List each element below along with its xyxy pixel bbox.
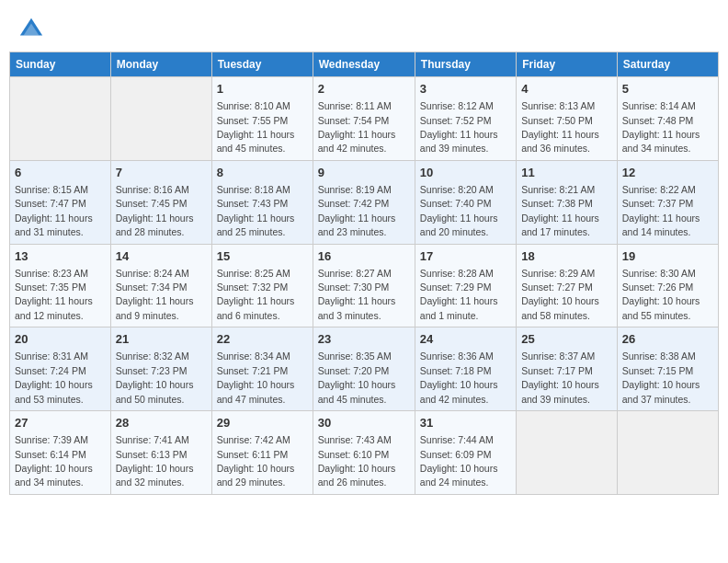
- calendar-empty-cell: [617, 411, 718, 495]
- calendar-day-cell: 9Sunrise: 8:19 AMSunset: 7:42 PMDaylight…: [313, 160, 415, 244]
- calendar-day-cell: 21Sunrise: 8:32 AMSunset: 7:23 PMDayligh…: [110, 327, 211, 411]
- day-number: 13: [15, 248, 106, 265]
- day-detail: Sunrise: 8:29 AMSunset: 7:27 PMDaylight:…: [521, 268, 599, 321]
- calendar-day-cell: 18Sunrise: 8:29 AMSunset: 7:27 PMDayligh…: [517, 244, 618, 327]
- weekday-header: Wednesday: [313, 52, 415, 77]
- day-number: 5: [622, 81, 713, 98]
- day-detail: Sunrise: 7:43 AMSunset: 6:10 PMDaylight:…: [318, 434, 396, 488]
- day-detail: Sunrise: 8:11 AMSunset: 7:54 PMDaylight:…: [318, 100, 396, 154]
- day-detail: Sunrise: 8:23 AMSunset: 7:35 PMDaylight:…: [15, 268, 93, 321]
- calendar-day-cell: 31Sunrise: 7:44 AMSunset: 6:09 PMDayligh…: [415, 411, 516, 495]
- logo: [18, 17, 48, 42]
- day-number: 25: [521, 331, 612, 348]
- calendar-day-cell: 28Sunrise: 7:41 AMSunset: 6:13 PMDayligh…: [110, 411, 211, 495]
- day-number: 20: [15, 331, 106, 348]
- day-number: 18: [521, 248, 612, 265]
- calendar-day-cell: 13Sunrise: 8:23 AMSunset: 7:35 PMDayligh…: [10, 244, 111, 327]
- calendar-day-cell: 6Sunrise: 8:15 AMSunset: 7:47 PMDaylight…: [10, 160, 111, 244]
- day-detail: Sunrise: 8:38 AMSunset: 7:15 PMDaylight:…: [622, 350, 700, 404]
- calendar-week-row: 27Sunrise: 7:39 AMSunset: 6:14 PMDayligh…: [10, 411, 719, 495]
- day-number: 26: [622, 331, 713, 348]
- day-detail: Sunrise: 8:19 AMSunset: 7:42 PMDaylight:…: [318, 184, 396, 237]
- calendar-week-row: 20Sunrise: 8:31 AMSunset: 7:24 PMDayligh…: [10, 327, 719, 411]
- day-detail: Sunrise: 8:12 AMSunset: 7:52 PMDaylight:…: [420, 100, 498, 154]
- weekday-header: Friday: [517, 52, 618, 77]
- day-detail: Sunrise: 8:37 AMSunset: 7:17 PMDaylight:…: [521, 350, 599, 404]
- day-detail: Sunrise: 8:22 AMSunset: 7:37 PMDaylight:…: [622, 184, 700, 237]
- calendar-day-cell: 7Sunrise: 8:16 AMSunset: 7:45 PMDaylight…: [110, 160, 211, 244]
- day-detail: Sunrise: 8:14 AMSunset: 7:48 PMDaylight:…: [622, 100, 700, 154]
- calendar-day-cell: 3Sunrise: 8:12 AMSunset: 7:52 PMDaylight…: [415, 77, 516, 161]
- day-detail: Sunrise: 7:39 AMSunset: 6:14 PMDaylight:…: [15, 434, 93, 488]
- day-number: 7: [116, 165, 207, 181]
- day-number: 2: [318, 81, 410, 98]
- calendar-day-cell: 10Sunrise: 8:20 AMSunset: 7:40 PMDayligh…: [415, 160, 516, 244]
- day-number: 12: [622, 165, 713, 181]
- day-detail: Sunrise: 8:10 AMSunset: 7:55 PMDaylight:…: [217, 100, 295, 154]
- day-number: 15: [217, 248, 308, 265]
- day-number: 14: [116, 248, 207, 265]
- day-number: 21: [116, 331, 207, 348]
- calendar-table: SundayMondayTuesdayWednesdayThursdayFrid…: [9, 52, 719, 495]
- day-number: 10: [420, 165, 511, 181]
- day-detail: Sunrise: 8:34 AMSunset: 7:21 PMDaylight:…: [217, 350, 295, 404]
- day-detail: Sunrise: 8:27 AMSunset: 7:30 PMDaylight:…: [318, 268, 396, 321]
- day-number: 27: [15, 415, 106, 431]
- calendar-day-cell: 8Sunrise: 8:18 AMSunset: 7:43 PMDaylight…: [211, 160, 313, 244]
- day-detail: Sunrise: 8:30 AMSunset: 7:26 PMDaylight:…: [622, 268, 700, 321]
- calendar-day-cell: 14Sunrise: 8:24 AMSunset: 7:34 PMDayligh…: [110, 244, 211, 327]
- calendar-day-cell: 2Sunrise: 8:11 AMSunset: 7:54 PMDaylight…: [313, 77, 415, 161]
- calendar-day-cell: 25Sunrise: 8:37 AMSunset: 7:17 PMDayligh…: [517, 327, 618, 411]
- day-detail: Sunrise: 8:25 AMSunset: 7:32 PMDaylight:…: [217, 268, 295, 321]
- day-detail: Sunrise: 8:28 AMSunset: 7:29 PMDaylight:…: [420, 268, 498, 321]
- day-number: 16: [318, 248, 410, 265]
- weekday-header: Tuesday: [211, 52, 313, 77]
- calendar-day-cell: 23Sunrise: 8:35 AMSunset: 7:20 PMDayligh…: [313, 327, 415, 411]
- day-detail: Sunrise: 8:31 AMSunset: 7:24 PMDaylight:…: [15, 350, 93, 404]
- calendar-day-cell: 19Sunrise: 8:30 AMSunset: 7:26 PMDayligh…: [617, 244, 718, 327]
- calendar-week-row: 13Sunrise: 8:23 AMSunset: 7:35 PMDayligh…: [10, 244, 719, 327]
- calendar-day-cell: 4Sunrise: 8:13 AMSunset: 7:50 PMDaylight…: [517, 77, 618, 161]
- day-detail: Sunrise: 7:44 AMSunset: 6:09 PMDaylight:…: [420, 434, 498, 488]
- day-number: 3: [420, 81, 511, 98]
- day-detail: Sunrise: 8:15 AMSunset: 7:47 PMDaylight:…: [15, 184, 93, 237]
- calendar-day-cell: 26Sunrise: 8:38 AMSunset: 7:15 PMDayligh…: [617, 327, 718, 411]
- day-detail: Sunrise: 8:24 AMSunset: 7:34 PMDaylight:…: [116, 268, 194, 321]
- day-detail: Sunrise: 8:35 AMSunset: 7:20 PMDaylight:…: [318, 350, 396, 404]
- calendar-day-cell: 29Sunrise: 7:42 AMSunset: 6:11 PMDayligh…: [211, 411, 313, 495]
- calendar-day-cell: 22Sunrise: 8:34 AMSunset: 7:21 PMDayligh…: [211, 327, 313, 411]
- weekday-header: Saturday: [617, 52, 718, 77]
- day-number: 22: [217, 331, 308, 348]
- day-number: 24: [420, 331, 511, 348]
- day-number: 9: [318, 165, 410, 181]
- page-header: [9, 9, 719, 46]
- calendar-empty-cell: [110, 77, 211, 161]
- weekday-header: Thursday: [415, 52, 516, 77]
- day-detail: Sunrise: 8:16 AMSunset: 7:45 PMDaylight:…: [116, 184, 194, 237]
- calendar-day-cell: 30Sunrise: 7:43 AMSunset: 6:10 PMDayligh…: [313, 411, 415, 495]
- day-number: 6: [15, 165, 106, 181]
- calendar-empty-cell: [10, 77, 111, 161]
- day-detail: Sunrise: 7:41 AMSunset: 6:13 PMDaylight:…: [116, 434, 194, 488]
- day-number: 1: [217, 81, 308, 98]
- calendar-day-cell: 27Sunrise: 7:39 AMSunset: 6:14 PMDayligh…: [10, 411, 111, 495]
- calendar-week-row: 6Sunrise: 8:15 AMSunset: 7:47 PMDaylight…: [10, 160, 719, 244]
- calendar-header: SundayMondayTuesdayWednesdayThursdayFrid…: [10, 52, 719, 77]
- day-detail: Sunrise: 7:42 AMSunset: 6:11 PMDaylight:…: [217, 434, 295, 488]
- calendar-day-cell: 1Sunrise: 8:10 AMSunset: 7:55 PMDaylight…: [211, 77, 313, 161]
- day-detail: Sunrise: 8:20 AMSunset: 7:40 PMDaylight:…: [420, 184, 498, 237]
- logo-icon: [18, 17, 44, 42]
- day-detail: Sunrise: 8:36 AMSunset: 7:18 PMDaylight:…: [420, 350, 498, 404]
- day-number: 28: [116, 415, 207, 431]
- calendar-day-cell: 11Sunrise: 8:21 AMSunset: 7:38 PMDayligh…: [517, 160, 618, 244]
- calendar-day-cell: 17Sunrise: 8:28 AMSunset: 7:29 PMDayligh…: [415, 244, 516, 327]
- weekday-header: Monday: [110, 52, 211, 77]
- day-number: 19: [622, 248, 713, 265]
- day-number: 29: [217, 415, 308, 431]
- day-number: 4: [521, 81, 612, 98]
- weekday-header: Sunday: [10, 52, 111, 77]
- calendar-day-cell: 15Sunrise: 8:25 AMSunset: 7:32 PMDayligh…: [211, 244, 313, 327]
- day-detail: Sunrise: 8:13 AMSunset: 7:50 PMDaylight:…: [521, 100, 599, 154]
- day-detail: Sunrise: 8:32 AMSunset: 7:23 PMDaylight:…: [116, 350, 194, 404]
- calendar-empty-cell: [517, 411, 618, 495]
